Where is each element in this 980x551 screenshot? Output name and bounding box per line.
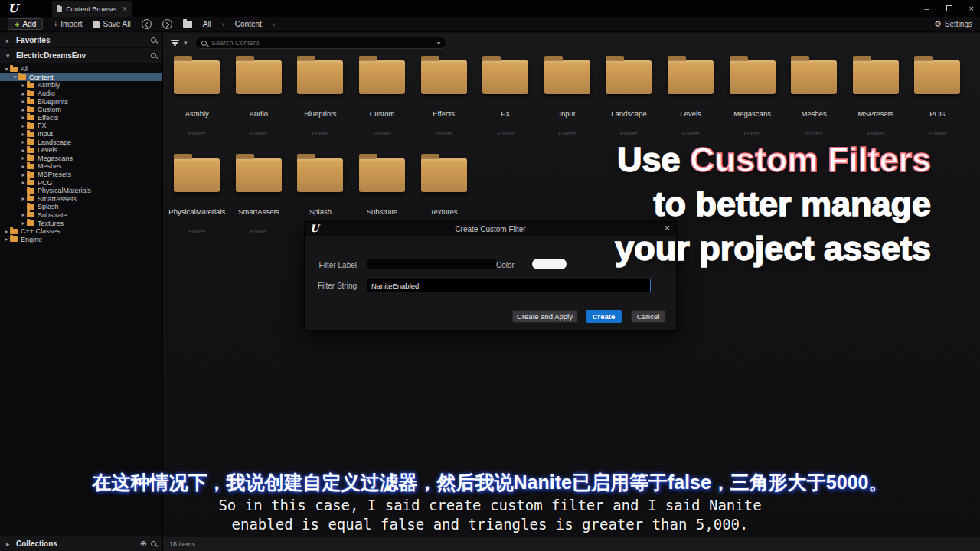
tree-item[interactable]: ▸ PCG bbox=[0, 178, 162, 187]
close-button[interactable]: × bbox=[969, 0, 974, 17]
expand-arrow-icon[interactable]: ▸ bbox=[20, 220, 27, 227]
expand-arrow-icon[interactable]: ▸ bbox=[20, 179, 27, 186]
create-button[interactable]: Create bbox=[586, 310, 622, 323]
tree-item[interactable]: ▸ Effects bbox=[0, 114, 162, 122]
expand-arrow-icon[interactable]: ▸ bbox=[3, 228, 10, 235]
add-collection-icon[interactable]: ⊕ bbox=[140, 539, 147, 549]
filter-string-input[interactable]: NaniteEnabled bbox=[367, 279, 651, 292]
tree-item-label: Levels bbox=[38, 146, 57, 154]
tree-item[interactable]: ▸ Input bbox=[0, 130, 162, 139]
folder-tile[interactable]: Levels Folder bbox=[660, 51, 722, 149]
tree-item[interactable]: ▸ Textures bbox=[0, 219, 162, 227]
tree-item[interactable]: ▸ C++ Classes bbox=[0, 227, 162, 236]
folder-tile[interactable]: PCG Folder bbox=[906, 51, 969, 149]
folder-tile[interactable]: Blueprints Folder bbox=[289, 51, 351, 149]
breadcrumb-content[interactable]: Content bbox=[235, 20, 262, 28]
tree-item[interactable]: ▸ Asmbly bbox=[0, 81, 162, 90]
tree-item[interactable]: ▸ Levels bbox=[0, 146, 162, 155]
folder-tile[interactable]: Effects Folder bbox=[413, 51, 475, 149]
minimize-button[interactable]: – bbox=[924, 0, 929, 17]
tree-item-label: Megascans bbox=[38, 155, 73, 162]
tree-item[interactable]: ▸ FX bbox=[0, 122, 162, 130]
tree-item-label: Engine bbox=[21, 236, 42, 243]
expand-arrow-icon[interactable]: ▸ bbox=[20, 211, 27, 218]
folder-tile[interactable]: FX Folder bbox=[475, 51, 537, 149]
tree-item-label: PCG bbox=[38, 179, 53, 187]
folder-tile[interactable]: MSPresets Folder bbox=[845, 51, 907, 149]
forward-button[interactable] bbox=[162, 19, 172, 29]
tree-item[interactable]: ▸ Substrate bbox=[0, 211, 162, 220]
tab-content-browser[interactable]: Content Browser × bbox=[52, 1, 132, 17]
chevron-down-icon[interactable]: ▾ bbox=[184, 39, 190, 47]
tree-item[interactable]: ▸ Custom bbox=[0, 106, 162, 114]
tab-close-icon[interactable]: × bbox=[122, 5, 127, 13]
folder-icon bbox=[27, 196, 34, 201]
expand-arrow-icon[interactable]: ▸ bbox=[20, 114, 27, 121]
restore-button[interactable] bbox=[946, 5, 952, 11]
expand-arrow-icon[interactable]: ▸ bbox=[20, 90, 27, 97]
settings-button[interactable]: ⚙ Settings bbox=[934, 19, 972, 29]
favorites-section-header[interactable]: ▸ Favorites bbox=[0, 33, 162, 47]
expand-arrow-icon[interactable]: ▸ bbox=[20, 139, 27, 145]
filter-label-input[interactable] bbox=[367, 259, 497, 269]
add-button[interactable]: + Add bbox=[8, 18, 43, 30]
chevron-right-icon[interactable]: ▸ bbox=[6, 540, 12, 548]
tree-item[interactable]: PhysicalMaterials bbox=[0, 187, 162, 195]
folder-tile[interactable]: Megascans Folder bbox=[721, 51, 783, 149]
tree-item[interactable]: ▸ SmartAssets bbox=[0, 195, 162, 204]
folder-tile[interactable]: Input Folder bbox=[537, 51, 599, 149]
expand-arrow-icon[interactable]: ▸ bbox=[20, 171, 27, 178]
expand-arrow-icon[interactable]: ▸ bbox=[20, 98, 27, 105]
tree-item[interactable]: ▸ Meshes bbox=[0, 162, 162, 171]
expand-arrow-icon[interactable]: ▾ bbox=[3, 66, 10, 73]
folder-name: Asmbly bbox=[185, 109, 209, 118]
expand-arrow-icon[interactable]: ▸ bbox=[20, 106, 27, 113]
tree-item[interactable]: ▸ Blueprints bbox=[0, 97, 162, 106]
tree-item[interactable]: ▾ All bbox=[0, 65, 162, 73]
chevron-down-icon[interactable]: ▾ bbox=[437, 40, 440, 47]
tree-item[interactable]: ▸ Megascans bbox=[0, 155, 162, 163]
folder-tile[interactable]: Asmbly Folder bbox=[166, 51, 228, 149]
search-input[interactable]: Search Content ▾ bbox=[194, 37, 447, 49]
tree-item[interactable]: ▸ MSPresets bbox=[0, 171, 162, 179]
expand-arrow-icon[interactable]: ▸ bbox=[20, 155, 27, 161]
expand-arrow-icon[interactable]: ▸ bbox=[20, 122, 27, 129]
project-section-header[interactable]: ▾ ElectricDreamsEnv bbox=[0, 48, 162, 63]
save-all-button[interactable]: Save All bbox=[93, 20, 131, 28]
search-icon[interactable] bbox=[151, 37, 156, 43]
cancel-button[interactable]: Cancel bbox=[631, 310, 665, 323]
tree-item[interactable]: ▸ Engine bbox=[0, 235, 162, 243]
folder-tile[interactable]: Landscape Folder bbox=[598, 51, 660, 149]
folder-icon bbox=[421, 158, 467, 192]
import-button[interactable]: ↓ Import bbox=[54, 20, 82, 28]
filter-icon[interactable] bbox=[171, 40, 179, 46]
folder-tile[interactable]: Meshes Folder bbox=[783, 51, 845, 149]
folder-tile[interactable]: SmartAssets Folder bbox=[228, 149, 290, 247]
folder-tile[interactable]: Custom Folder bbox=[351, 51, 413, 149]
expand-arrow-icon[interactable]: ▸ bbox=[20, 163, 27, 170]
breadcrumb-all[interactable]: All bbox=[203, 20, 211, 28]
expand-arrow-icon[interactable]: ▸ bbox=[20, 82, 27, 89]
back-button[interactable] bbox=[142, 19, 152, 29]
breadcrumb-separator-icon: › bbox=[222, 21, 224, 28]
folder-tile[interactable]: PhysicalMaterials Folder bbox=[166, 149, 228, 247]
collections-panel[interactable]: ▸ Collections ⊕ bbox=[0, 536, 162, 551]
expand-arrow-icon[interactable]: ▸ bbox=[20, 195, 27, 202]
tree-item[interactable]: ▸ Audio bbox=[0, 90, 162, 98]
tree-item[interactable]: Splash bbox=[0, 203, 162, 211]
expand-arrow-icon[interactable]: ▾ bbox=[11, 73, 18, 80]
tree-item[interactable]: ▸ Landscape bbox=[0, 138, 162, 146]
search-icon[interactable] bbox=[151, 541, 156, 546]
expand-arrow-icon[interactable]: ▸ bbox=[20, 131, 27, 138]
folder-tile[interactable]: Audio Folder bbox=[228, 51, 290, 149]
chevron-down-icon[interactable]: ▾ bbox=[6, 52, 12, 60]
expand-arrow-icon[interactable]: ▸ bbox=[3, 236, 10, 243]
tree-item[interactable]: ▾ Content bbox=[0, 73, 162, 82]
search-icon[interactable] bbox=[151, 53, 156, 58]
unreal-logo-icon: U bbox=[6, 2, 20, 15]
expand-arrow-icon[interactable]: ▸ bbox=[20, 147, 27, 154]
color-swatch[interactable] bbox=[532, 259, 567, 269]
folder-icon bbox=[27, 148, 34, 153]
chevron-right-icon[interactable]: ▸ bbox=[6, 37, 12, 44]
create-and-apply-button[interactable]: Create and Apply bbox=[512, 310, 577, 323]
